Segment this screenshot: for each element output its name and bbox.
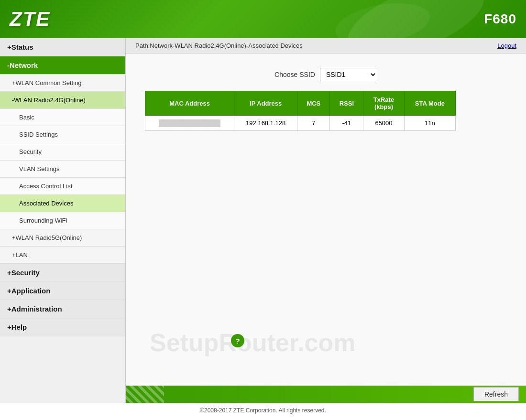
sidebar-item-network[interactable]: -Network [0,56,125,75]
cell-txrate: 65000 [363,116,404,131]
sidebar-item-application[interactable]: +Application [0,282,125,300]
table-row: ██████████████192.168.1.1287-416500011n [145,116,456,131]
sidebar-item-lan[interactable]: +LAN [0,247,125,264]
breadcrumb-bar: Path:Network-WLAN Radio2.4G(Online)-Asso… [126,38,526,54]
sidebar-item-ssid-settings[interactable]: SSID Settings [0,126,125,143]
sidebar-item-security[interactable]: +Security [0,264,125,282]
header: ZTE F680 [0,0,526,38]
model-name: F680 [484,11,516,27]
ssid-select[interactable]: SSID1 SSID2 SSID3 SSID4 [320,68,377,81]
ssid-label: Choose SSID [274,71,315,78]
col-txrate: TxRate(kbps) [363,91,404,116]
main-container: +Status -Network +WLAN Common Setting -W… [0,38,526,403]
sidebar-item-help[interactable]: +Help [0,318,125,336]
ssid-chooser: Choose SSID SSID1 SSID2 SSID3 SSID4 [145,68,507,81]
sidebar-item-basic[interactable]: Basic [0,109,125,126]
copyright: ©2008-2017 ZTE Corporation. All rights r… [200,407,326,414]
table-header-row: MAC Address IP Address MCS RSSI TxRate(k… [145,91,456,116]
sidebar-item-wlan-radio5g[interactable]: +WLAN Radio5G(Online) [0,229,125,247]
logo: ZTE [10,8,50,31]
sidebar-item-administration[interactable]: +Administration [0,300,125,318]
col-mcs: MCS [297,91,330,116]
devices-table: MAC Address IP Address MCS RSSI TxRate(k… [145,91,456,131]
footer: ©2008-2017 ZTE Corporation. All rights r… [0,403,526,418]
sidebar-item-vlan-settings[interactable]: VLAN Settings [0,161,125,178]
bottom-bar: Refresh [126,386,526,403]
content: Path:Network-WLAN Radio2.4G(Online)-Asso… [126,38,526,403]
col-sta-mode: STA Mode [404,91,455,116]
sidebar-item-status[interactable]: +Status [0,38,125,56]
sidebar-item-wlan-common[interactable]: +WLAN Common Setting [0,75,125,92]
refresh-button[interactable]: Refresh [473,387,519,401]
cell-ip: 192.168.1.128 [234,116,297,131]
cell-sta-mode: 11n [404,116,455,131]
breadcrumb: Path:Network-WLAN Radio2.4G(Online)-Asso… [135,42,303,49]
sidebar-item-surrounding-wifi[interactable]: Surrounding WiFi [0,212,125,229]
help-bubble[interactable]: ? [231,334,244,347]
sidebar-item-access-control[interactable]: Access Control List [0,178,125,195]
cell-rssi: -41 [330,116,363,131]
sidebar-item-security-wlan[interactable]: Security [0,143,125,161]
logout-link[interactable]: Logout [497,42,516,49]
col-ip: IP Address [234,91,297,116]
cell-mcs: 7 [297,116,330,131]
watermark: SetupRouter.com [150,328,356,357]
sidebar: +Status -Network +WLAN Common Setting -W… [0,38,126,403]
content-body: SetupRouter.com Choose SSID SSID1 SSID2 … [126,54,526,386]
col-mac: MAC Address [145,91,234,116]
sidebar-item-wlan-radio24[interactable]: -WLAN Radio2.4G(Online) [0,92,125,109]
col-rssi: RSSI [330,91,363,116]
sidebar-item-associated-devices[interactable]: Associated Devices [0,195,125,212]
cell-mac: ██████████████ [145,116,234,131]
